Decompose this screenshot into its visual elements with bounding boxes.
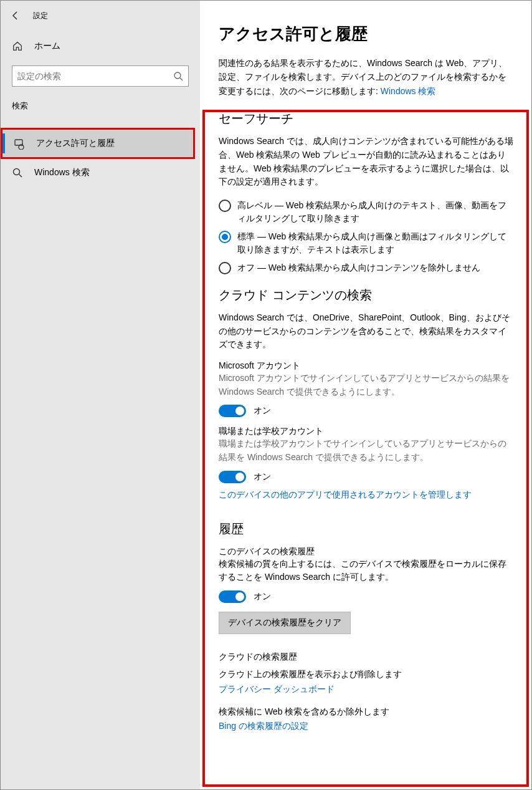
section-cloud: クラウド コンテンツの検索 Windows Search では、OneDrive… <box>219 287 514 501</box>
toggle-work-account[interactable] <box>219 471 246 483</box>
history-heading: 履歴 <box>219 521 514 537</box>
clear-history-button[interactable]: デバイスの検索履歴をクリア <box>219 612 351 634</box>
titlebar: 設定 <box>1 6 200 26</box>
search-icon <box>173 71 183 81</box>
work-account-desc: 職場または学校アカウントでサインインしているアプリとサービスからの結果を Win… <box>219 437 514 464</box>
radio-icon <box>219 200 231 212</box>
toggle-device-history[interactable] <box>219 590 246 603</box>
page-title: アクセス許可と履歴 <box>219 23 514 45</box>
bing-history-link[interactable]: Bing の検索履歴の設定 <box>219 721 514 732</box>
radio-icon <box>219 262 231 274</box>
privacy-dashboard-link[interactable]: プライバシー ダッシュボード <box>219 684 514 695</box>
cloud-desc: Windows Search では、OneDrive、SharePoint、Ou… <box>219 311 514 352</box>
radio-icon <box>219 231 231 243</box>
sidebar-item-label: Windows 検索 <box>34 167 90 178</box>
sidebar-item-windows-search[interactable]: Windows 検索 <box>1 159 200 186</box>
toggle-ms-account[interactable] <box>219 405 246 417</box>
cloud-history-label: クラウドの検索履歴 <box>219 652 514 663</box>
section-safesearch: セーフサーチ Windows Search では、成人向けコンテンツが含まれてい… <box>219 110 514 274</box>
ms-account-desc: Microsoft アカウントでサインインしているアプリとサービスからの結果を … <box>219 372 514 398</box>
nav-home[interactable]: ホーム <box>1 34 200 58</box>
svg-line-4 <box>19 175 22 178</box>
manage-accounts-link[interactable]: このデバイスの他のアプリで使用されるアカウントを管理します <box>219 489 514 501</box>
radio-standard[interactable]: 標準 — Web 検索結果から成人向け画像と動画はフィルタリングして取り除きます… <box>219 230 514 256</box>
ms-account-label: Microsoft アカウント <box>219 360 514 372</box>
device-history-label: このデバイスの検索履歴 <box>219 546 514 557</box>
section-history: 履歴 このデバイスの検索履歴 検索候補の質を向上するには、このデバイスで検索履歴… <box>219 521 514 733</box>
sidebar: 設定 ホーム 検索 アクセス許可と履歴 <box>1 1 200 789</box>
cloud-heading: クラウド コンテンツの検索 <box>219 287 514 304</box>
search-input-wrap[interactable] <box>12 65 189 87</box>
svg-line-1 <box>180 78 183 80</box>
search-nav-icon <box>12 167 26 178</box>
content: アクセス許可と履歴 関連性のある結果を表示するために、Windows Searc… <box>200 1 531 789</box>
intro-text: 関連性のある結果を表示するために、Windows Search は Web、アプ… <box>219 56 514 98</box>
svg-point-0 <box>174 72 181 79</box>
radio-off[interactable]: オフ — Web 検索結果から成人向けコンテンツを除外しません <box>219 261 514 274</box>
sidebar-item-permissions-history[interactable]: アクセス許可と履歴 <box>2 130 193 157</box>
sidebar-category: 検索 <box>1 95 200 117</box>
intro-link[interactable]: Windows 検索 <box>381 86 436 96</box>
search-input[interactable] <box>17 71 173 81</box>
permissions-icon <box>14 137 27 150</box>
safesearch-heading: セーフサーチ <box>219 110 514 127</box>
cloud-history-desc: クラウド上の検索履歴を表示および削除します <box>219 668 514 682</box>
nav-home-label: ホーム <box>34 41 60 52</box>
radio-high[interactable]: 高レベル — Web 検索結果から成人向けのテキスト、画像、動画をフィルタリング… <box>219 199 514 225</box>
bing-desc: 検索候補に Web 検索を含めるか除外します <box>219 705 514 719</box>
home-icon <box>12 41 26 52</box>
back-icon[interactable] <box>7 11 24 21</box>
window-title: 設定 <box>33 11 48 21</box>
work-account-label: 職場または学校アカウント <box>219 426 514 437</box>
device-history-desc: 検索候補の質を向上するには、このデバイスで検索履歴をローカルに保存することを W… <box>219 557 514 584</box>
svg-point-3 <box>14 169 20 175</box>
safesearch-desc: Windows Search では、成人向けコンテンツが含まれている可能性がある… <box>219 135 514 189</box>
sidebar-item-label: アクセス許可と履歴 <box>36 138 115 149</box>
